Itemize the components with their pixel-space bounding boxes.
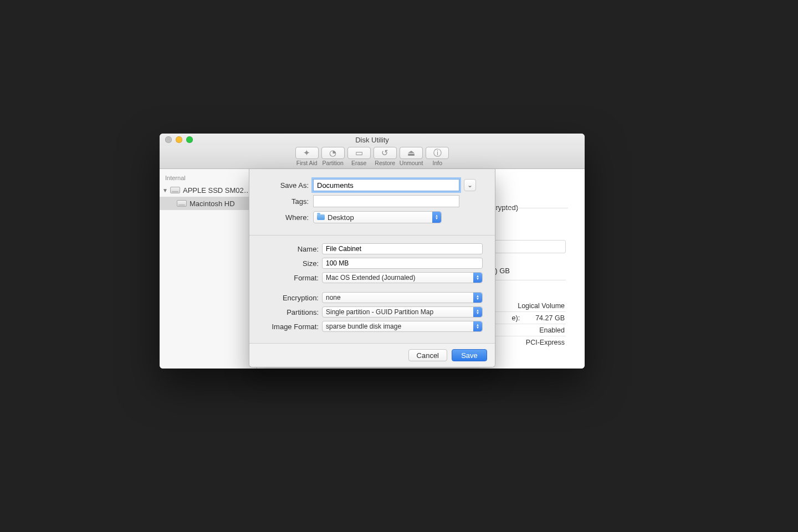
save-dialog: Save As: ⌄ Tags: Where: Desktop ▲▼ Name:	[249, 169, 495, 367]
toolbar-label: Partition	[322, 160, 344, 166]
sidebar-item-volume[interactable]: Macintosh HD	[160, 197, 257, 210]
where-label: Where:	[262, 213, 309, 222]
window-controls	[165, 136, 193, 143]
toolbar: ✦ First Aid ◔ Partition ▭ Erase ↺ Restor…	[160, 146, 585, 169]
first-aid-button[interactable]: ✦	[295, 147, 319, 159]
internal-disk-icon	[170, 186, 180, 194]
disclosure-triangle-icon[interactable]: ▼	[162, 187, 168, 193]
popup-arrows-icon: ▲▼	[473, 293, 482, 303]
image-format-value: sparse bundle disk image	[326, 323, 401, 330]
partitions-label: Partitions:	[262, 308, 319, 316]
sidebar-item-disk[interactable]: ▼ APPLE SSD SM02…	[160, 183, 257, 197]
cancel-button[interactable]: Cancel	[408, 349, 447, 361]
pie-icon: ◔	[329, 148, 336, 158]
unmount-button[interactable]: ⏏	[400, 147, 423, 159]
where-value: Desktop	[328, 213, 354, 222]
zoom-button[interactable]	[186, 136, 193, 143]
save-as-input[interactable]	[313, 179, 459, 191]
close-button[interactable]	[165, 136, 172, 143]
toolbar-label: Restore	[375, 160, 395, 166]
tags-label: Tags:	[262, 197, 309, 206]
sidebar-item-label: Macintosh HD	[190, 200, 235, 208]
toolbar-label: First Aid	[296, 160, 318, 166]
info-button[interactable]: ⓘ	[426, 147, 449, 159]
partitions-value: Single partition - GUID Partition Map	[326, 308, 433, 316]
window-title: Disk Utility	[355, 136, 389, 144]
encryption-popup[interactable]: none ▲▼	[322, 292, 483, 303]
size-label: Size:	[262, 259, 319, 268]
save-button[interactable]: Save	[452, 349, 487, 361]
toolbar-label: Erase	[351, 160, 366, 166]
toolbar-label: Unmount	[400, 160, 423, 166]
legend-fragment: ) GB	[495, 267, 510, 275]
folder-icon	[317, 214, 325, 220]
name-input[interactable]	[322, 243, 483, 254]
partition-button[interactable]: ◔	[321, 147, 345, 159]
name-label: Name:	[262, 245, 319, 253]
expand-browser-button[interactable]: ⌄	[464, 179, 476, 191]
chevron-down-icon: ⌄	[467, 181, 473, 189]
sidebar: Internal ▼ APPLE SSD SM02… Macintosh HD	[160, 169, 257, 369]
sidebar-item-label: APPLE SSD SM02…	[183, 186, 251, 195]
popup-arrows-icon: ▲▼	[432, 212, 441, 223]
titlebar[interactable]: Disk Utility	[160, 134, 585, 146]
info-value: Logical Volume	[518, 302, 565, 310]
restore-button[interactable]: ↺	[374, 147, 397, 159]
format-label: Format:	[262, 274, 319, 282]
where-popup[interactable]: Desktop ▲▼	[313, 211, 442, 223]
popup-arrows-icon: ▲▼	[473, 307, 482, 317]
partitions-popup[interactable]: Single partition - GUID Partition Map ▲▼	[322, 306, 483, 318]
image-format-popup[interactable]: sparse bundle disk image ▲▼	[322, 321, 483, 332]
sidebar-section-header: Internal	[160, 172, 257, 183]
format-value: Mac OS Extended (Journaled)	[326, 274, 415, 282]
erase-icon: ▭	[355, 148, 363, 158]
encryption-label: Encryption:	[262, 294, 319, 302]
info-value: Enabled	[539, 326, 565, 334]
info-icon: ⓘ	[433, 148, 442, 158]
dialog-actions: Cancel Save	[249, 344, 495, 367]
tags-input[interactable]	[313, 195, 459, 207]
format-popup[interactable]: Mac OS Extended (Journaled) ▲▼	[322, 272, 483, 283]
info-value: 74.27 GB	[535, 314, 565, 322]
size-input[interactable]	[322, 258, 483, 269]
volume-icon	[177, 200, 187, 207]
restore-icon: ↺	[381, 148, 388, 158]
info-value: PCI-Express	[526, 339, 565, 346]
save-as-label: Save As:	[262, 181, 309, 190]
minimize-button[interactable]	[176, 136, 182, 143]
info-value-tail: e):	[512, 314, 520, 322]
image-format-label: Image Format:	[262, 323, 319, 331]
toolbar-label: Info	[433, 160, 443, 166]
eject-icon: ⏏	[407, 148, 415, 158]
stethoscope-icon: ✦	[303, 148, 310, 158]
encryption-value: none	[326, 294, 341, 301]
popup-arrows-icon: ▲▼	[473, 321, 482, 331]
popup-arrows-icon: ▲▼	[473, 273, 482, 283]
erase-button[interactable]: ▭	[347, 147, 371, 159]
